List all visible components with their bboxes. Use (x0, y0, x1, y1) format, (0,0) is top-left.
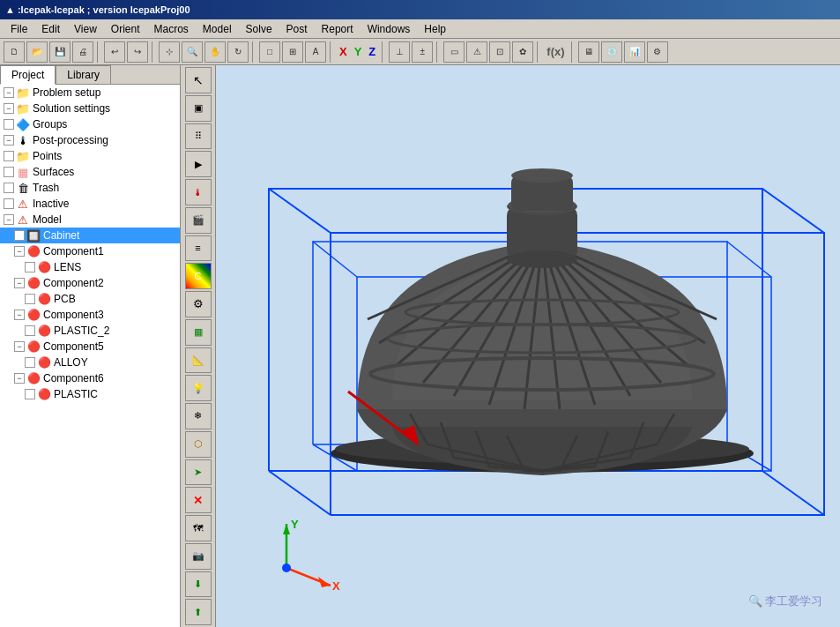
color-btn[interactable]: C (185, 263, 212, 289)
hex-btn[interactable]: ⬡ (185, 431, 212, 458)
viewport[interactable]: Y X 🔍 李工爱学习 (216, 65, 840, 627)
node-points[interactable]: 📁 Points (0, 148, 180, 164)
label-plastic: PLASTIC (54, 388, 176, 400)
menu-help[interactable]: Help (417, 21, 453, 37)
pan-btn[interactable]: ✋ (204, 41, 226, 63)
menu-model[interactable]: Model (196, 21, 239, 37)
node-plastic2[interactable]: 🔴 PLASTIC_2 (0, 323, 180, 339)
toolbar-separator (436, 41, 440, 63)
expand-cabinet (14, 230, 25, 241)
expand-lens (25, 262, 35, 272)
node-surfaces[interactable]: ▦ Surfaces (0, 164, 180, 180)
node-alloy[interactable]: 🔴 ALLOY (0, 355, 180, 370)
node-groups[interactable]: 🔷 Groups (0, 116, 180, 132)
node-component5[interactable]: − 🔴 Component5 (0, 339, 180, 355)
expand-component6[interactable]: − (14, 373, 25, 384)
model-side-btn[interactable]: ▣ (185, 95, 212, 122)
warn-btn[interactable]: ⚠ (466, 41, 487, 63)
node-lens[interactable]: 🔴 LENS (0, 259, 180, 275)
node-post-processing[interactable]: − 🌡 Post-processing (0, 132, 180, 148)
rect-btn[interactable]: ▭ (443, 41, 465, 63)
expand-component1[interactable]: − (14, 246, 25, 257)
expand-component2[interactable]: − (14, 278, 25, 288)
box-btn[interactable]: □ (259, 41, 280, 63)
screen-btn[interactable]: 🖥 (578, 41, 599, 63)
menu-orient[interactable]: Orient (104, 21, 147, 37)
node-component1[interactable]: − 🔴 Component1 (0, 243, 180, 259)
light-btn[interactable]: 💡 (185, 375, 212, 401)
tab-project[interactable]: Project (0, 65, 56, 85)
label-surfaces: Surfaces (33, 166, 176, 178)
y-label: Y (352, 45, 365, 58)
menu-post[interactable]: Post (279, 21, 315, 37)
node-model[interactable]: − ⚠ Model (0, 212, 180, 228)
redo-btn[interactable]: ↪ (127, 41, 148, 63)
pointer-btn[interactable]: ↖ (185, 67, 212, 93)
menu-report[interactable]: Report (315, 21, 361, 37)
label-model: Model (33, 213, 176, 226)
left-panel: Project Library − 📁 Problem setup − 📁 So… (0, 65, 216, 627)
text-btn[interactable]: A (305, 41, 326, 63)
select-btn[interactable]: ⊹ (159, 41, 180, 63)
node-pcb[interactable]: 🔴 PCB (0, 291, 180, 307)
grid-btn[interactable]: ⊞ (282, 41, 303, 63)
expand-component5[interactable]: − (14, 341, 25, 352)
post-side-btn[interactable]: 🌡 (185, 179, 212, 205)
node-cabinet[interactable]: 🔲 Cabinet (0, 228, 180, 243)
expand-post[interactable]: − (4, 135, 14, 146)
node-inactive[interactable]: ⚠ Inactive (0, 196, 180, 212)
save-btn[interactable]: 💾 (49, 41, 71, 63)
solve-side-btn[interactable]: ▶ (185, 151, 212, 177)
flower-btn[interactable]: ✿ (512, 41, 533, 63)
node-component3[interactable]: − 🔴 Component3 (0, 307, 180, 323)
pm-btn[interactable]: ± (412, 41, 433, 63)
menu-macros[interactable]: Macros (147, 21, 196, 37)
box2-btn[interactable]: ⊡ (489, 41, 510, 63)
disk-btn[interactable]: 💿 (601, 41, 622, 63)
label-component2: Component2 (43, 277, 176, 289)
red-x-btn[interactable]: ✕ (185, 487, 212, 513)
expand-trash (4, 183, 14, 193)
print-btn[interactable]: 🖨 (72, 41, 93, 63)
nav-down-btn[interactable]: ⬇ (185, 571, 212, 598)
map-btn[interactable]: 🗺 (185, 515, 212, 541)
animate-btn[interactable]: 🎬 (185, 207, 212, 234)
expand-component3[interactable]: − (14, 310, 25, 320)
expand-solution-settings[interactable]: − (4, 103, 14, 114)
watermark: 🔍 李工爱学习 (748, 593, 822, 609)
z-label: Z (366, 45, 378, 58)
menu-file[interactable]: File (4, 21, 34, 37)
grid-side-btn[interactable]: ▦ (185, 319, 212, 346)
chart-btn[interactable]: 📊 (624, 41, 645, 63)
settings-side-btn[interactable]: ⚙ (185, 291, 212, 317)
node-solution-settings[interactable]: − 📁 Solution settings (0, 101, 180, 116)
cam-btn[interactable]: 📷 (185, 543, 212, 570)
new-btn[interactable]: 🗋 (4, 41, 25, 63)
node-component6[interactable]: − 🔴 Component6 (0, 370, 180, 386)
node-component2[interactable]: − 🔴 Component2 (0, 275, 180, 291)
mesh-btn[interactable]: ⠿ (185, 123, 212, 150)
gear-btn[interactable]: ⚙ (647, 41, 668, 63)
zoom-btn[interactable]: 🔍 (182, 41, 203, 63)
expand-model[interactable]: − (4, 214, 14, 225)
tab-library[interactable]: Library (56, 65, 111, 84)
node-plastic[interactable]: 🔴 PLASTIC (0, 386, 180, 402)
nav-up-btn[interactable]: ⬆ (185, 599, 212, 625)
undo-btn[interactable]: ↩ (104, 41, 125, 63)
menu-windows[interactable]: Windows (361, 21, 418, 37)
expand-problem-setup[interactable]: − (4, 87, 14, 98)
open-btn[interactable]: 📂 (26, 41, 48, 63)
orient-btn[interactable]: ⊥ (389, 41, 410, 63)
post-icon: 🌡 (16, 133, 30, 147)
measure-btn[interactable]: 📐 (185, 347, 212, 374)
node-trash[interactable]: 🗑 Trash (0, 180, 180, 196)
node-problem-setup[interactable]: − 📁 Problem setup (0, 85, 180, 101)
fan-btn[interactable]: ❄ (185, 403, 212, 429)
cabinet-icon: 🔲 (26, 228, 41, 243)
layers-btn[interactable]: ≡ (185, 235, 212, 262)
menu-view[interactable]: View (67, 21, 104, 37)
rotate-btn[interactable]: ↻ (227, 41, 249, 63)
menu-solve[interactable]: Solve (239, 21, 279, 37)
arrow-side-btn[interactable]: ➤ (185, 459, 212, 486)
menu-edit[interactable]: Edit (34, 21, 67, 37)
